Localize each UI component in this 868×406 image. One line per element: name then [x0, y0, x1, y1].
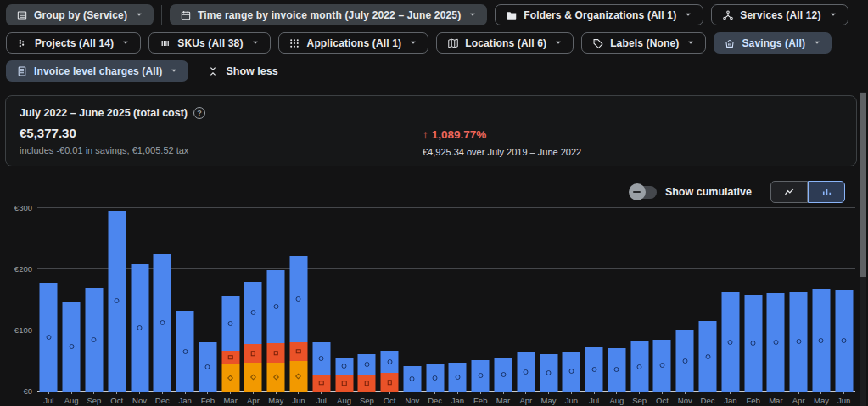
chart-bar-17[interactable] — [403, 366, 421, 392]
bar-segment-service-blue — [267, 270, 285, 343]
chart-bar-36[interactable] — [835, 290, 853, 392]
segment-marker-circle — [69, 344, 74, 349]
x-axis-label: Aug — [609, 396, 624, 405]
show-less-label: Show less — [226, 65, 277, 77]
chart-bar-8[interactable] — [199, 342, 216, 392]
chart-bar-20[interactable] — [472, 360, 490, 392]
filter-chip-projects[interactable]: Projects (All 14) — [6, 32, 141, 54]
chart-bar-4[interactable] — [108, 211, 126, 392]
chart-plot-area — [37, 208, 855, 392]
chart-bar-18[interactable] — [426, 364, 444, 392]
x-axis-slot: Apr — [514, 392, 537, 406]
filter-chip-skus[interactable]: SKUs (All 38) — [148, 32, 270, 54]
segment-marker-circle — [160, 320, 165, 325]
chart-bar-13[interactable] — [312, 342, 330, 392]
chevron-down-icon — [467, 8, 480, 22]
x-axis-tick — [71, 392, 72, 394]
bar-segment-service-blue — [653, 340, 671, 392]
chart-bar-32[interactable] — [744, 295, 762, 392]
x-axis-tick — [820, 392, 821, 394]
bar-segment-service-blue — [40, 283, 58, 392]
chart-bar-30[interactable] — [699, 321, 717, 392]
x-axis-slot: Nov — [401, 392, 424, 406]
x-axis-tick — [298, 392, 299, 394]
chart-bar-2[interactable] — [63, 302, 81, 392]
filter-chip-locations[interactable]: Locations (All 6) — [436, 32, 574, 54]
x-axis-slot: Jun — [560, 392, 583, 406]
chart-bar-16[interactable] — [381, 351, 399, 392]
segment-marker-circle — [342, 364, 347, 369]
chart-bar-29[interactable] — [676, 330, 694, 392]
bar-slot — [492, 208, 515, 392]
x-axis-tick — [480, 392, 481, 394]
x-axis-slot: May — [265, 392, 288, 406]
chart-bar-10[interactable] — [244, 282, 262, 392]
x-axis-slot: Sep — [83, 392, 106, 406]
chart-bar-19[interactable] — [449, 363, 467, 392]
chart-bar-23[interactable] — [540, 354, 557, 392]
filter-chip-savings[interactable]: Savings (All) — [714, 32, 832, 54]
show-cumulative-toggle[interactable] — [631, 186, 657, 199]
help-icon[interactable]: ? — [193, 107, 205, 119]
x-axis-label: Apr — [792, 396, 805, 405]
collapse-icon — [206, 65, 219, 77]
chart-bar-27[interactable] — [630, 341, 648, 392]
bar-slot — [537, 208, 560, 392]
bar-segment-service-amber — [289, 361, 307, 392]
filter-chip-invoice-level-charges[interactable]: Invoice level charges (All) — [6, 60, 188, 82]
bar-segment-service-blue — [221, 296, 239, 350]
x-axis-label: Apr — [247, 396, 260, 405]
chart-bar-35[interactable] — [812, 289, 830, 392]
bar-segment-service-orange-red — [358, 375, 376, 392]
bar-segment-service-orange-red — [244, 344, 262, 363]
chart-bar-33[interactable] — [767, 293, 785, 392]
x-axis-label: Jun — [292, 396, 305, 405]
line-chart-button[interactable] — [770, 181, 808, 203]
locations-icon — [446, 37, 459, 49]
bar-segment-service-amber — [244, 363, 262, 392]
chart-bar-34[interactable] — [790, 292, 808, 392]
filter-row-2: Projects (All 14)SKUs (All 38)Applicatio… — [6, 32, 868, 54]
chart-bar-28[interactable] — [653, 340, 671, 392]
chart-bar-7[interactable] — [176, 311, 194, 392]
filter-chip-group-by[interactable]: Group by (Service) — [6, 4, 154, 25]
chart-bar-31[interactable] — [721, 292, 739, 392]
filter-chip-applications[interactable]: Applications (All 1) — [278, 32, 429, 54]
x-axis-slot: Nov — [128, 392, 151, 406]
bar-slot — [606, 208, 629, 392]
chart-bar-26[interactable] — [608, 348, 625, 392]
chart-bar-15[interactable] — [358, 354, 376, 392]
chart-bar-22[interactable] — [517, 352, 535, 392]
bar-slot — [719, 208, 742, 392]
segment-marker-circle — [637, 364, 642, 369]
x-axis-slot: Aug — [606, 392, 629, 406]
chart-bar-25[interactable] — [585, 347, 603, 392]
chart-bar-21[interactable] — [495, 358, 512, 392]
x-axis-slot: Jul — [37, 392, 60, 406]
x-axis-slot: Sep — [628, 392, 651, 406]
chart-bar-9[interactable] — [221, 296, 239, 392]
bar-chart-button[interactable] — [808, 181, 845, 203]
bar-segment-service-blue — [812, 289, 830, 392]
chart-bar-1[interactable] — [40, 283, 58, 392]
vertical-scrollbar[interactable] — [860, 93, 866, 277]
filter-chip-labels[interactable]: Labels (None) — [581, 32, 706, 54]
chart-bar-14[interactable] — [335, 358, 353, 392]
chart-bar-3[interactable] — [85, 288, 103, 392]
chart-bar-11[interactable] — [267, 270, 285, 392]
bar-segment-service-orange-red — [221, 351, 239, 364]
filter-chip-label: Group by (Service) — [34, 9, 127, 21]
filter-chip-services[interactable]: Services (All 12) — [711, 4, 848, 25]
filter-chip-folders-organizations[interactable]: Folders & Organizations (All 1) — [495, 4, 703, 25]
segment-marker-circle — [773, 340, 778, 345]
chart-bar-6[interactable] — [154, 254, 171, 392]
total-cost-card: July 2022 – June 2025 (total cost) ? €5,… — [5, 95, 857, 166]
chart-bar-24[interactable] — [563, 352, 580, 392]
x-axis-tick — [503, 392, 504, 394]
x-axis-label: Jul — [589, 396, 599, 405]
chart-bar-12[interactable] — [289, 256, 307, 392]
filter-chip-time-range[interactable]: Time range by invoice month (July 2022 –… — [170, 4, 487, 25]
x-axis-slot: Mar — [764, 392, 787, 406]
chart-bar-5[interactable] — [131, 264, 148, 392]
show-less-button[interactable]: Show less — [206, 65, 277, 77]
